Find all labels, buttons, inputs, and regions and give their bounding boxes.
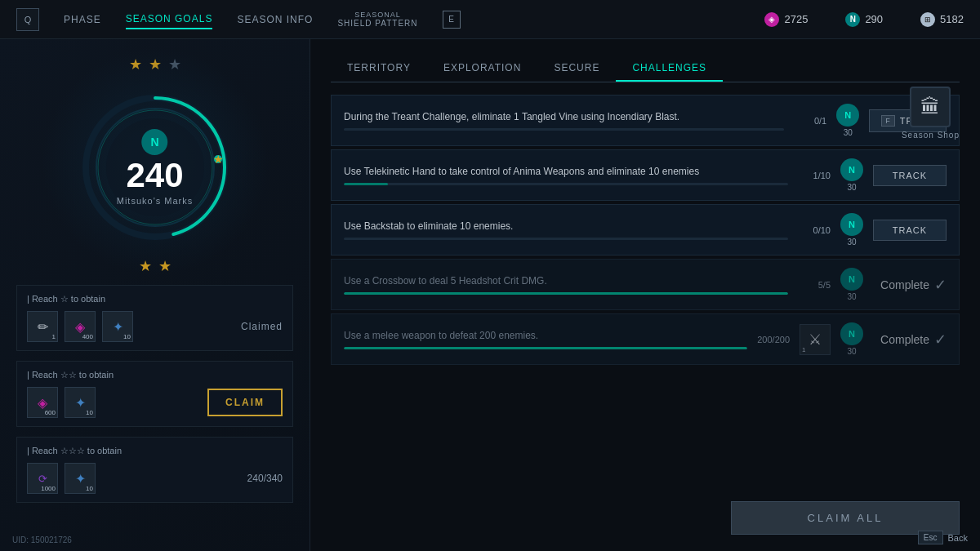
currency-3-icon: ⊞ [920, 12, 935, 27]
currency-2-icon: N [845, 12, 860, 27]
currency-1-icon: ◈ [764, 12, 779, 27]
e-key-button[interactable]: E [443, 11, 461, 29]
challenge-fill-5 [344, 347, 747, 349]
challenge-count-3: 0/10 [798, 225, 831, 235]
complete-label-4: Complete ✓ [873, 276, 947, 294]
claim-button[interactable]: CLAIM [207, 389, 283, 416]
challenge-text-3: Use Backstab to eliminate 10 enemies. [344, 220, 788, 233]
challenge-currency-5: N 30 [840, 322, 863, 356]
currency-display-3: ⊞ 5182 [920, 12, 964, 27]
star-bottom-2: ★ [158, 257, 172, 275]
challenges-list: During the Treant Challenge, eliminate 1… [331, 95, 960, 493]
challenge-text-1: During the Treant Challenge, eliminate 1… [344, 110, 784, 124]
f-key-hint: F [881, 115, 895, 127]
challenge-count-4: 5/5 [798, 280, 831, 290]
challenge-currency-amount-2: 30 [847, 183, 856, 192]
reach-rewards-3: ⟳ 1000 ✦ 10 240/340 [27, 463, 283, 494]
challenge-bar-1 [344, 128, 784, 131]
nav-tab-season-info[interactable]: SEASON INFO [237, 11, 313, 29]
main-content: ★ ★ ★ ★ N 240 [0, 39, 980, 551]
challenge-currency-1: N 30 [836, 104, 859, 137]
tab-territory[interactable]: TERRITORY [331, 56, 427, 82]
challenge-currency-icon-2: N [840, 158, 863, 181]
track-button-3[interactable]: TRACK [873, 220, 947, 241]
left-panel: ★ ★ ★ ★ N 240 [0, 39, 310, 551]
reward-item-marks1: ◈ 400 [65, 311, 96, 342]
challenge-currency-amount-5: 30 [847, 347, 856, 356]
challenge-currency-icon-4: N [840, 268, 863, 291]
challenge-count-2: 1/10 [798, 171, 831, 180]
challenge-fill-4 [344, 292, 788, 295]
challenge-count-1: 0/1 [794, 116, 826, 126]
tab-exploration[interactable]: EXPLORATION [427, 56, 537, 82]
challenge-text-5: Use a melee weapon to defeat 200 enemies… [344, 329, 747, 343]
marks-value: 240 [117, 158, 194, 193]
star-2: ★ [149, 56, 162, 73]
challenge-info-1: During the Treant Challenge, eliminate 1… [344, 110, 784, 131]
complete-label-5: Complete ✓ [873, 331, 947, 349]
challenge-info-3: Use Backstab to eliminate 10 enemies. [344, 220, 788, 241]
challenge-reward-image-5: ⚔ 1 [800, 324, 831, 355]
currency-display-2: N 290 [845, 12, 883, 27]
star-bottom-1: ★ [139, 257, 152, 275]
challenge-fill-2 [344, 183, 388, 185]
nav-tab-phase[interactable]: PHASE [64, 11, 101, 29]
marks-circle: ★ N 240 Mitsuko's Marks [74, 86, 237, 249]
checkmark-5: ✓ [934, 331, 947, 349]
challenge-currency-icon-3: N [840, 213, 863, 236]
challenge-row-1: During the Treant Challenge, eliminate 1… [331, 95, 960, 146]
marks-label: Mitsuko's Marks [117, 196, 194, 206]
challenge-row-3: Use Backstab to eliminate 10 enemies. 0/… [331, 204, 960, 256]
top-navigation: Q PHASE SEASON GOALS SEASON INFO SEASONA… [0, 0, 980, 39]
tab-secure[interactable]: SECURE [537, 56, 616, 82]
star-3: ★ [168, 56, 181, 73]
nav-tab-shield-pattern[interactable]: SEASONAL SHIELD PATTERN [337, 11, 417, 28]
claimed-label: Claimed [241, 321, 283, 332]
reward-item-special: ⟳ 1000 [27, 463, 58, 494]
challenge-currency-amount-3: 30 [847, 238, 856, 247]
challenge-row-5: Use a melee weapon to defeat 200 enemies… [331, 313, 960, 365]
reach-rewards-2: ◈ 600 ✦ 10 CLAIM [27, 387, 283, 418]
challenge-currency-3: N 30 [840, 213, 863, 247]
reward-item-marks2: ◈ 600 [27, 387, 58, 418]
challenge-info-2: Use Telekinetic Hand to take control of … [344, 165, 788, 186]
season-shop-icon: 🏛 [910, 87, 951, 127]
challenge-currency-4: N 30 [840, 268, 863, 301]
challenge-currency-icon-5: N [840, 322, 863, 345]
challenge-tabs: TERRITORY EXPLORATION SECURE CHALLENGES [331, 56, 960, 82]
right-panel: 🏛 Season Shop TERRITORY EXPLORATION SECU… [310, 39, 980, 551]
checkmark-4: ✓ [934, 276, 947, 294]
challenge-bar-4 [344, 292, 788, 295]
season-shop-label: Season Shop [902, 131, 960, 140]
circle-content: N 240 Mitsuko's Marks [117, 129, 194, 206]
challenge-currency-amount-1: 30 [844, 128, 853, 137]
track-button-2[interactable]: TRACK [873, 165, 947, 186]
tab-challenges[interactable]: CHALLENGES [616, 56, 723, 82]
challenge-row-2: Use Telekinetic Hand to take control of … [331, 149, 960, 201]
reach-section-1: | Reach ☆ to obtain ✏ 1 ◈ 400 ✦ 10 Claim… [16, 285, 293, 351]
reach-header-3: | Reach ☆☆☆ to obtain [27, 446, 283, 456]
reach-section-3: | Reach ☆☆☆ to obtain ⟳ 1000 ✦ 10 240/34… [16, 437, 293, 503]
stars-bottom: ★ ★ [139, 257, 172, 275]
challenge-count-5: 200/200 [757, 335, 790, 344]
currency-3-amount: 5182 [940, 13, 964, 25]
challenge-currency-amount-4: 30 [847, 292, 856, 301]
footer-uid: UID: 150021726 [12, 535, 72, 544]
reward-item-pencil: ✏ 1 [27, 311, 58, 342]
challenge-bar-3 [344, 238, 788, 240]
esc-key[interactable]: Esc [918, 531, 943, 544]
esc-label: Back [948, 533, 968, 543]
q-key-button[interactable]: Q [16, 8, 39, 31]
challenge-text-4: Use a Crossbow to deal 5 Headshot Crit D… [344, 274, 788, 288]
challenge-text-2: Use Telekinetic Hand to take control of … [344, 165, 788, 179]
challenge-info-5: Use a melee weapon to defeat 200 enemies… [344, 329, 747, 350]
challenge-info-4: Use a Crossbow to deal 5 Headshot Crit D… [344, 274, 788, 295]
claim-all-button[interactable]: CLAIM ALL [731, 501, 960, 535]
season-shop-button[interactable]: 🏛 Season Shop [902, 87, 960, 140]
currency-2-amount: 290 [865, 13, 883, 25]
stars-top: ★ ★ ★ [129, 56, 181, 73]
claim-all-area: CLAIM ALL [331, 501, 960, 535]
nav-tab-season-goals[interactable]: SEASON GOALS [126, 10, 213, 29]
footer-esc: Esc Back [918, 531, 968, 544]
currency-display-1: ◈ 2725 [764, 12, 808, 27]
